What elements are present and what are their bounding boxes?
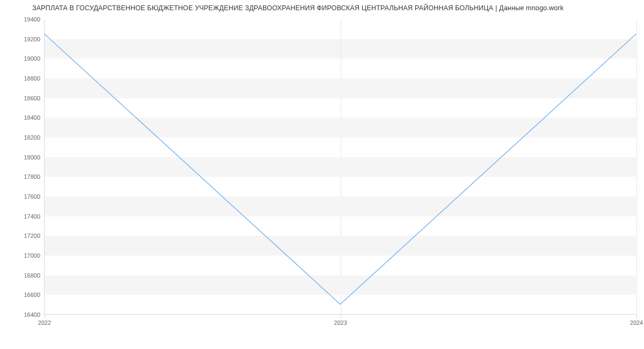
y-tick-label: 17600 — [24, 193, 40, 200]
y-tick-label: 17200 — [24, 232, 40, 239]
y-tick-label: 17800 — [24, 173, 40, 180]
x-tick — [636, 314, 637, 318]
y-tick-label: 18600 — [24, 95, 40, 101]
y-tick-label: 16800 — [24, 272, 40, 279]
y-tick-label: 17000 — [24, 252, 40, 259]
y-tick-label: 19200 — [24, 36, 40, 42]
series-line — [45, 34, 636, 304]
x-tick-label: 2024 — [630, 319, 643, 326]
y-tick-label: 17400 — [24, 213, 40, 220]
y-tick-label: 18800 — [24, 75, 40, 82]
y-tick-label: 19000 — [24, 55, 40, 62]
y-tick-label: 18000 — [24, 154, 40, 161]
y-tick-label: 16400 — [24, 311, 40, 318]
y-tick-label: 18400 — [24, 114, 40, 121]
x-tick-label: 2022 — [38, 319, 51, 326]
x-tick — [341, 314, 341, 318]
y-tick-label: 18200 — [24, 134, 40, 141]
plot-area: 1640016600168001700017200174001760017800… — [44, 19, 636, 315]
x-tick-label: 2023 — [334, 319, 347, 326]
chart-title: ЗАРПЛАТА В ГОСУДАРСТВЕННОЕ БЮДЖЕТНОЕ УЧР… — [32, 4, 564, 12]
line-chart: ЗАРПЛАТА В ГОСУДАРСТВЕННОЕ БЮДЖЕТНОЕ УЧР… — [0, 0, 644, 336]
y-tick-label: 19400 — [24, 16, 40, 23]
grid-vertical — [636, 19, 637, 314]
x-tick — [45, 314, 45, 318]
data-line — [45, 19, 636, 314]
y-tick-label: 16600 — [24, 292, 40, 298]
